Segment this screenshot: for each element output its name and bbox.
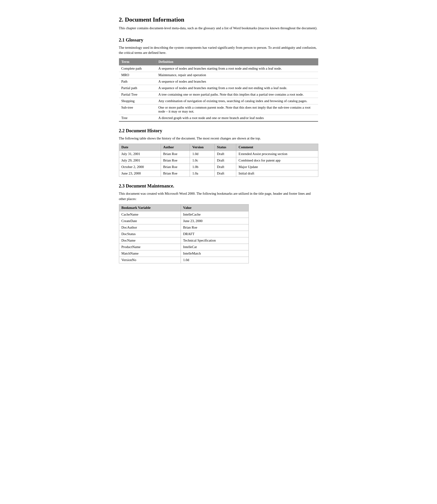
- glossary-term: MRO: [119, 72, 156, 78]
- history-row: June 23, 2000Brian Roe1.0aDraftInitial d…: [119, 170, 318, 177]
- bookmark-value: IntelleCat: [181, 244, 248, 250]
- section-2-title: 2. Document Information: [119, 16, 318, 23]
- bookmark-variable: ProductName: [119, 244, 181, 250]
- bookmark-variable: VersionNo: [119, 257, 181, 263]
- bookmark-row: DocAuthorBrian Roe: [119, 224, 248, 231]
- history-header-version: Version: [190, 144, 214, 151]
- glossary-row: ShoppingAny combination of navigation of…: [119, 98, 318, 104]
- history-author: Brian Roe: [161, 164, 190, 170]
- bookmark-value: Technical Specification: [181, 237, 248, 244]
- bookmark-value: Brian Roe: [181, 224, 248, 231]
- history-author: Brian Roe: [161, 151, 190, 157]
- history-comment: Combined docs for patent app: [236, 157, 318, 164]
- bookmark-value: IntelleCache: [181, 211, 248, 218]
- glossary-term: Shopping: [119, 98, 156, 104]
- history-version: 1.0b: [190, 164, 214, 170]
- bookmark-row: DocNameTechnical Specification: [119, 237, 248, 244]
- bookmark-value: DRAFT: [181, 231, 248, 237]
- bookmark-row: CacheNameIntelleCache: [119, 211, 248, 218]
- history-row: July 31, 2001Brian Roe1.0dDraftExtended …: [119, 151, 318, 157]
- glossary-definition: A tree containing one or more partial pa…: [156, 91, 318, 98]
- history-date: July 29, 2001: [119, 157, 161, 164]
- history-table: Date Author Version Status Comment July …: [119, 144, 318, 177]
- history-date: October 2, 2000: [119, 164, 161, 170]
- section-2-2-intro: The following table shows the history of…: [119, 136, 318, 141]
- section-2-3-intro: This document was created with Microsoft…: [119, 191, 318, 201]
- bookmark-variable: CacheName: [119, 211, 181, 218]
- history-row: July 29, 2001Brian Roe1.0cDraftCombined …: [119, 157, 318, 164]
- bookmark-header-value: Value: [181, 205, 248, 211]
- bookmark-row: MatchNameIntelleMatch: [119, 250, 248, 257]
- bookmark-row: DocStatusDRAFT: [119, 231, 248, 237]
- history-date: June 23, 2000: [119, 170, 161, 177]
- history-author: Brian Roe: [161, 157, 190, 164]
- glossary-definition: Maintenance, repair and operation: [156, 72, 318, 78]
- history-header-comment: Comment: [236, 144, 318, 151]
- glossary-definition: Any combination of navigation of existin…: [156, 98, 318, 104]
- bookmark-value: IntelleMatch: [181, 250, 248, 257]
- glossary-term: Complete path: [119, 65, 156, 72]
- glossary-definition: A sequence of nodes and branches startin…: [156, 65, 318, 72]
- history-author: Brian Roe: [161, 170, 190, 177]
- glossary-header-term: Term: [119, 58, 156, 65]
- history-header-status: Status: [214, 144, 236, 151]
- section-2-intro: This chapter contains document-level met…: [119, 26, 318, 31]
- history-version: 1.0d: [190, 151, 214, 157]
- bookmark-row: ProductNameIntelleCat: [119, 244, 248, 250]
- glossary-row: MROMaintenance, repair and operation: [119, 72, 318, 78]
- glossary-term: Tree: [119, 115, 156, 121]
- history-header-date: Date: [119, 144, 161, 151]
- glossary-definition: One or more paths with a common parent n…: [156, 104, 318, 115]
- bookmark-variable: DocAuthor: [119, 224, 181, 231]
- glossary-row: TreeA directed graph with a root node an…: [119, 115, 318, 121]
- glossary-term: Partial Tree: [119, 91, 156, 98]
- section-2-1-intro: The terminology used in describing the s…: [119, 45, 318, 55]
- section-2-3-title: 2.3 Document Maintenance.: [119, 183, 318, 189]
- bookmark-header-variable: Bookmark Variable: [119, 205, 181, 211]
- bookmark-row: CreateDateJune 23, 2000: [119, 218, 248, 224]
- glossary-term: Path: [119, 78, 156, 85]
- glossary-definition: A directed graph with a root node and on…: [156, 115, 318, 121]
- glossary-definition: A sequence of nodes and branches startin…: [156, 85, 318, 91]
- bookmark-variable: CreateDate: [119, 218, 181, 224]
- glossary-term: Sub-tree: [119, 104, 156, 115]
- history-status: Draft: [214, 170, 236, 177]
- glossary-definition: A sequence of nodes and branches: [156, 78, 318, 85]
- bookmark-value: 1.0d: [181, 257, 248, 263]
- bookmark-value: June 23, 2000: [181, 218, 248, 224]
- history-comment: Initial draft: [236, 170, 318, 177]
- glossary-row: Partial pathA sequence of nodes and bran…: [119, 85, 318, 91]
- history-row: October 2, 2000Brian Roe1.0bDraftMajor U…: [119, 164, 318, 170]
- history-status: Draft: [214, 157, 236, 164]
- history-status: Draft: [214, 151, 236, 157]
- bookmark-variable: DocStatus: [119, 231, 181, 237]
- history-version: 1.0c: [190, 157, 214, 164]
- section-2-2-title: 2.2 Document History: [119, 128, 318, 134]
- history-comment: Major Update: [236, 164, 318, 170]
- glossary-table: Term Definition Complete pathA sequence …: [119, 58, 318, 122]
- glossary-row: Partial TreeA tree containing one or mor…: [119, 91, 318, 98]
- bookmark-variable: MatchName: [119, 250, 181, 257]
- history-header-author: Author: [161, 144, 190, 151]
- bookmark-row: VersionNo1.0d: [119, 257, 248, 263]
- history-status: Draft: [214, 164, 236, 170]
- bookmark-variable: DocName: [119, 237, 181, 244]
- glossary-row: PathA sequence of nodes and branches: [119, 78, 318, 85]
- history-comment: Extended Assist processing section: [236, 151, 318, 157]
- section-2-1-title: 2.1 Glossary: [119, 37, 318, 43]
- glossary-header-definition: Definition: [156, 58, 318, 65]
- history-date: July 31, 2001: [119, 151, 161, 157]
- bookmark-table: Bookmark Variable Value CacheNameIntelle…: [119, 204, 249, 263]
- history-version: 1.0a: [190, 170, 214, 177]
- glossary-row: Sub-treeOne or more paths with a common …: [119, 104, 318, 115]
- glossary-term: Partial path: [119, 85, 156, 91]
- glossary-row: Complete pathA sequence of nodes and bra…: [119, 65, 318, 72]
